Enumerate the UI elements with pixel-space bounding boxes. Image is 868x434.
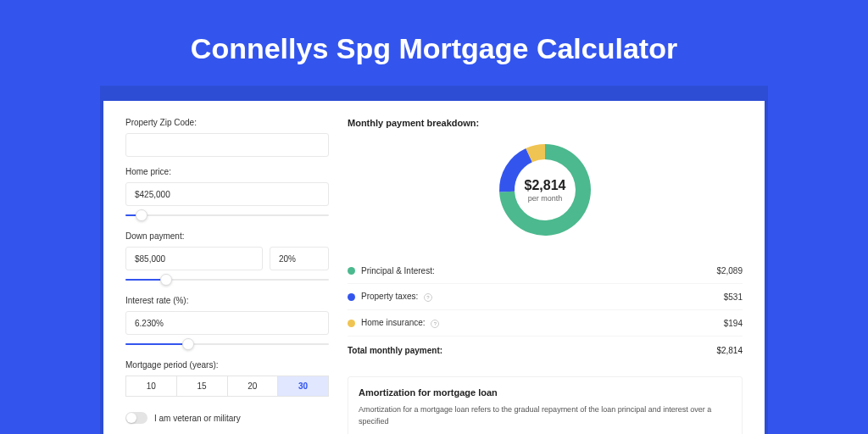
row-label: Property taxes: ?	[361, 292, 724, 302]
card-outer: Property Zip Code: Home price: Down paym…	[100, 86, 768, 434]
down-slider[interactable]	[125, 274, 329, 286]
veteran-toggle[interactable]	[125, 412, 147, 424]
rate-label: Interest rate (%):	[125, 296, 329, 305]
breakdown-row: Home insurance: ?$194	[348, 310, 743, 337]
breakdown-row: Principal & Interest:$2,089	[348, 259, 743, 284]
zip-input[interactable]	[125, 133, 329, 157]
legend-dot	[348, 320, 355, 327]
inputs-panel: Property Zip Code: Home price: Down paym…	[125, 118, 329, 434]
legend-dot	[348, 293, 355, 301]
price-input[interactable]	[125, 182, 329, 206]
period-label: Mortgage period (years):	[125, 360, 329, 370]
total-value: $2,814	[716, 346, 743, 355]
breakdown-row: Property taxes: ?$531	[348, 284, 743, 310]
donut-sub: per month	[528, 194, 563, 203]
down-pct-input[interactable]	[270, 247, 329, 270]
row-label: Principal & Interest:	[361, 266, 716, 275]
amortization-box: Amortization for mortgage loan Amortizat…	[348, 376, 743, 434]
rate-input[interactable]	[125, 311, 329, 335]
row-value: $194	[724, 319, 743, 328]
zip-label: Property Zip Code:	[125, 118, 329, 127]
veteran-label: I am veteran or military	[154, 414, 241, 423]
breakdown-panel: Monthly payment breakdown: $2,814 per mo…	[348, 118, 743, 434]
calculator-card: Property Zip Code: Home price: Down paym…	[103, 101, 765, 434]
donut-chart: $2,814 per month	[492, 136, 598, 243]
period-30[interactable]: 30	[278, 376, 329, 397]
period-10[interactable]: 10	[125, 376, 177, 397]
legend-dot	[348, 267, 355, 275]
row-label: Home insurance: ?	[361, 318, 724, 328]
donut-total: $2,814	[525, 178, 566, 193]
down-amount-input[interactable]	[125, 247, 263, 270]
row-value: $2,089	[716, 266, 743, 275]
breakdown-title: Monthly payment breakdown:	[348, 118, 743, 128]
price-label: Home price:	[125, 167, 329, 176]
period-buttons: 10152030	[125, 376, 329, 397]
amortization-title: Amortization for mortgage loan	[359, 387, 732, 398]
price-slider[interactable]	[125, 209, 329, 221]
page-title: Connellys Spg Mortgage Calculator	[0, 0, 868, 86]
rate-slider[interactable]	[125, 338, 329, 350]
amortization-text: Amortization for a mortgage loan refers …	[359, 404, 732, 427]
period-15[interactable]: 15	[177, 376, 228, 397]
row-value: $531	[724, 292, 743, 302]
down-label: Down payment:	[125, 231, 329, 241]
period-20[interactable]: 20	[228, 376, 279, 397]
info-icon[interactable]: ?	[431, 320, 439, 328]
total-label: Total monthly payment:	[348, 346, 716, 355]
info-icon[interactable]: ?	[424, 293, 432, 302]
